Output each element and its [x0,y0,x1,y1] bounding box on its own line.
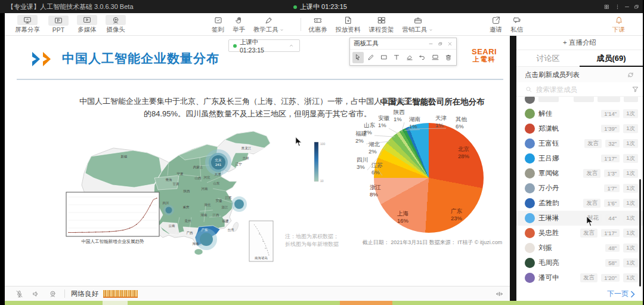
member-row[interactable]: 郑潇帆1'39"1次 [516,121,643,136]
wb-tool-eraser-icon[interactable] [404,52,416,63]
toolbar-item-hand[interactable]: 举手 [228,13,249,36]
toolbar-item-label: 营销工具 [402,26,434,34]
member-row[interactable]: 吴忠胜发言1'17"1次 [516,226,643,241]
member-list-scrollbar[interactable] [639,179,641,286]
pie-slice-label: 陕西1% [394,109,417,123]
province-label: 甘肃 [173,182,180,186]
province-label: 山东 [213,181,221,185]
member-row[interactable]: 解佳1'14"1次 [516,106,643,121]
member-row-partial[interactable] [516,97,643,106]
svg-text:北京: 北京 [215,158,222,162]
member-row[interactable]: 王琳琳献花44"1次 [516,211,643,226]
avatar [525,198,535,208]
window-titlebar: 【专业课】人工智能技术基础 3.0.6.30 Beta 上课中 01:23:15 [0,0,644,13]
search-input[interactable] [536,86,628,93]
panel-restore-icon[interactable] [438,41,443,47]
signin-icon [213,15,223,25]
wb-tool-rect-icon[interactable] [378,52,389,63]
member-row[interactable]: 王富钰发言32"1次 [516,136,643,151]
webcam-icon[interactable] [44,289,61,298]
province-label: 江苏 [225,196,233,200]
member-name: 吴忠胜 [538,229,577,238]
member-stat-badge: 1次 [623,154,638,163]
toolbar-item-docup[interactable]: 投放资料 [332,13,365,36]
slide-area: 中国人工智能企业数量分布 上课中 01:23:15 画板工具 SEARI 上電科 [5,36,510,286]
next-page-link[interactable]: 下一页 [607,289,636,299]
member-stat-badge: 1次 [623,258,638,267]
toolbar-item-tools[interactable]: 教学工具 [249,13,289,36]
docup-icon [343,15,353,25]
filter-icon[interactable] [631,85,639,93]
chevron-up-icon[interactable] [287,42,295,50]
avatar [525,153,535,164]
trend-inset-chart: 中国人工智能新增企业发展趋势 [66,192,159,244]
live-intro-button[interactable]: + 直播介绍 [516,36,643,50]
toolbar-item-webcam[interactable]: 摄像头 [101,13,130,36]
main-toolbar: 屏幕分享PPT多媒体摄像头 签到举手教学工具 优惠券投放资料课程货架营销工具 邀… [5,13,643,36]
speaker-icon[interactable] [27,289,44,298]
member-stat-badge: 1次 [623,214,638,223]
toolbar-item-chat[interactable]: 私信 [506,13,527,36]
member-row[interactable]: 潘可中发言1'20"1次 [516,270,643,285]
panel-minimize-icon[interactable] [428,41,434,47]
bell-icon [614,15,624,25]
toolbar-item-label: 举手 [233,26,245,34]
member-action-badge[interactable]: 发言 [583,169,600,178]
toolbar-group-media: 屏幕分享PPT多媒体摄像头 [11,13,130,36]
province-label: 河北 [204,175,211,180]
collapse-panel-icon[interactable] [495,289,504,298]
member-row[interactable]: 毛周亮58"1次 [516,255,643,270]
toolbar-item-label: 教学工具 [253,26,284,34]
monitor-icon [17,15,38,25]
province-label: 新疆 [121,155,128,158]
member-name: 王富钰 [538,139,581,148]
toolbar-item-ppt[interactable]: PPT [44,13,73,36]
class-status: 上课中 01:23:15 [293,2,347,11]
toolbar-item-invite[interactable]: 邀请 [485,13,506,36]
ticket-icon [313,15,323,25]
toolbar-item-monitor[interactable]: 屏幕分享 [11,13,44,36]
member-search-bar [516,82,643,97]
toolbar-item-media[interactable]: 多媒体 [73,13,101,36]
member-action-badge[interactable]: 发言 [580,273,597,282]
refresh-member-list[interactable]: 点击刷新成员列表 [516,67,643,82]
member-action-badge[interactable]: 发言 [583,199,600,208]
wb-tool-text-icon[interactable] [391,52,402,63]
refresh-icon[interactable] [627,71,634,79]
member-stat-badge: 32" [605,140,620,147]
chevron-down-icon [428,27,434,33]
toolbar-separator [301,18,301,31]
pie-slice-label: 其他6% [456,116,479,130]
toolbar-item-ticket[interactable]: 优惠券 [304,13,332,36]
member-row[interactable]: 刘振48"1次 [516,241,643,255]
tab-discussion[interactable]: 讨论区 [516,50,580,66]
wb-tool-board-icon[interactable] [430,52,441,63]
wb-tool-undo-icon[interactable] [417,52,428,63]
wb-tool-trash-icon[interactable] [442,52,454,63]
toolbar-item-signin[interactable]: 签到 [208,13,228,36]
wb-tool-pen-icon[interactable] [366,52,377,63]
title-chevrons-icon [31,51,60,67]
member-action-badge[interactable]: 发言 [580,229,597,238]
tab-members[interactable]: 成员(69) [580,50,643,66]
avatar [525,138,535,149]
member-stat-badge: 1'7" [604,184,620,192]
toolbar-item-brief[interactable]: 营销工具 [398,13,438,36]
toolbar-item-shelf[interactable]: 课程货架 [365,13,398,36]
seari-logo-text: SEARI [472,48,497,56]
sidebar-tabs: 讨论区 成员(69) [516,50,643,67]
member-action-badge[interactable]: 发言 [584,139,602,148]
province-label: 福建 [222,219,230,223]
class-timer-chip[interactable]: 上课中 01:23:15 [228,39,300,52]
member-row[interactable]: 孟雅韵发言1'6"1次 [516,196,643,211]
layout-grid-icon[interactable] [601,0,612,13]
member-row[interactable]: 王吕娜1'17"1次 [516,151,643,166]
panel-close-icon[interactable] [447,41,453,47]
member-action-badge[interactable]: 献花 [584,214,602,223]
toolbar-item-bell[interactable]: 下课 [608,13,629,36]
member-row[interactable]: 覃闻铭发言1'3"1次 [516,166,643,181]
wb-tool-select-icon[interactable] [352,52,364,63]
whiteboard-panel-titlebar[interactable]: 画板工具 [350,38,456,50]
microphone-muted-icon[interactable] [11,289,27,298]
member-row[interactable]: 万小丹1'7"1次 [516,181,643,196]
